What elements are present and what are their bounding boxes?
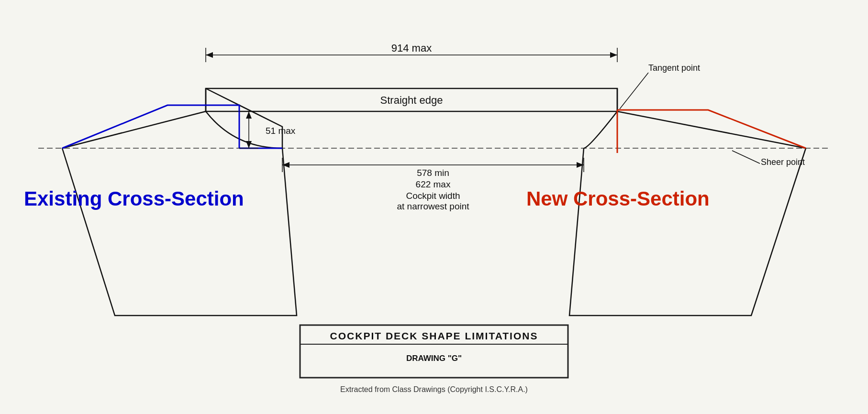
svg-text:DRAWING "G": DRAWING "G" [406,354,462,363]
svg-text:COCKPIT DECK SHAPE LIMITATIONS: COCKPIT DECK SHAPE LIMITATIONS [330,330,538,341]
svg-text:Tangent point: Tangent point [648,63,700,73]
svg-text:Cockpit width: Cockpit width [406,191,460,201]
svg-text:578 min: 578 min [417,168,449,178]
svg-text:Extracted from Class Drawings : Extracted from Class Drawings (Copyright… [340,385,528,393]
svg-text:Straight edge: Straight edge [380,94,443,106]
svg-text:914 max: 914 max [391,42,432,54]
svg-text:at narrowest point: at narrowest point [397,201,469,211]
svg-text:New Cross-Section: New Cross-Section [526,187,710,210]
main-container: 914 max Straight edge Tangent point Shee… [0,0,868,414]
technical-diagram: 914 max Straight edge Tangent point Shee… [0,0,868,414]
svg-text:51 max: 51 max [266,126,296,136]
svg-text:622 max: 622 max [416,179,451,189]
svg-text:Sheer point: Sheer point [761,157,805,167]
svg-text:Existing Cross-Section: Existing Cross-Section [24,187,244,210]
